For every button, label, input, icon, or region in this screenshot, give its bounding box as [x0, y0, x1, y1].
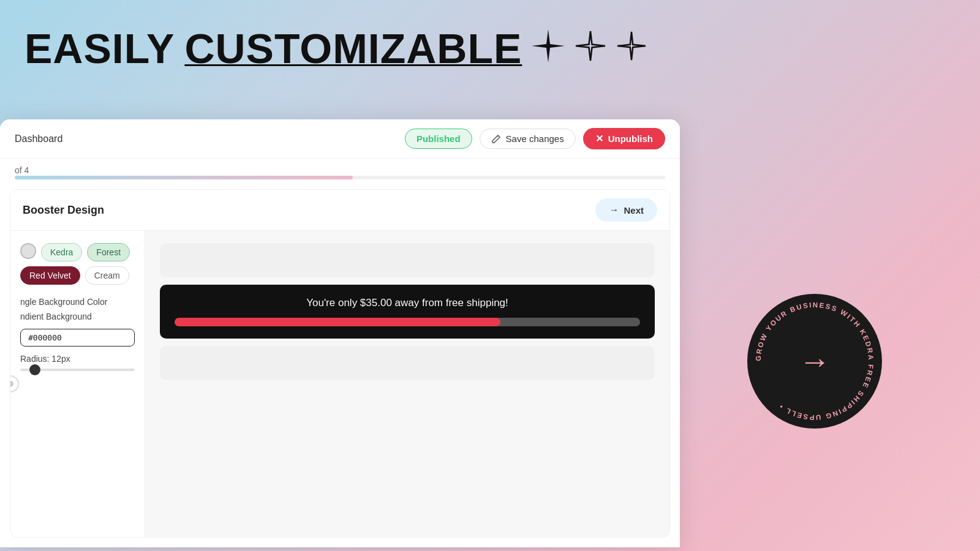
save-changes-label: Save changes — [506, 133, 564, 144]
circular-badge[interactable]: GROW YOUR BUSINESS WITH KEDRA FREE SHIPP… — [747, 294, 882, 429]
heading-text-easily: EASILY — [24, 24, 175, 72]
slider-thumb[interactable] — [29, 364, 40, 375]
section-header: Booster Design → Next — [10, 190, 669, 231]
progress-fill — [15, 176, 353, 179]
circle-outer: GROW YOUR BUSINESS WITH KEDRA FREE SHIPP… — [747, 294, 882, 429]
content-area: Kedra Forest Red Velvet Cream ngle Backg… — [10, 231, 669, 537]
theme-chip-kedra[interactable]: Kedra — [41, 243, 82, 261]
nav-dot[interactable] — [10, 375, 19, 392]
inner-card: Booster Design → Next Kedra — [10, 189, 670, 538]
star-filled-icon — [532, 29, 565, 67]
bg-color-label: ngle Background Color — [20, 297, 135, 307]
unpublish-button[interactable]: ✕ Unpublish — [583, 128, 665, 149]
theme-chips: Kedra Forest Red Velvet Cream — [20, 243, 135, 285]
hex-input[interactable] — [20, 329, 135, 347]
banner-text: You're only $35.00 away from free shippi… — [175, 297, 640, 309]
section-title: Booster Design — [23, 204, 104, 217]
slider-track[interactable] — [20, 369, 135, 371]
preview-banner: You're only $35.00 away from free shippi… — [160, 285, 655, 339]
preview-empty-bottom — [160, 346, 655, 380]
save-changes-button[interactable]: Save changes — [480, 129, 576, 149]
step-label: of 4 — [15, 165, 29, 175]
top-bar: Dashboard Published Save changes ✕ Unpub… — [0, 119, 680, 159]
next-button[interactable]: → Next — [595, 198, 657, 222]
gradient-label: ndient Background — [20, 312, 135, 321]
published-badge: Published — [405, 129, 472, 149]
next-label: Next — [624, 205, 644, 216]
heading-text-customizable: CUSTOMIZABLE — [184, 24, 522, 72]
left-panel: Kedra Forest Red Velvet Cream ngle Backg… — [10, 231, 145, 537]
breadcrumb: Dashboard — [15, 133, 62, 144]
circle-arrow-icon: → — [799, 343, 831, 380]
unpublish-label: Unpublish — [608, 133, 653, 144]
main-panel: Dashboard Published Save changes ✕ Unpub… — [0, 119, 680, 547]
theme-chip-forest[interactable]: Forest — [87, 243, 130, 261]
unpublish-x-icon: ✕ — [595, 133, 603, 144]
star-outline-icon — [575, 30, 606, 67]
top-bar-actions: Published Save changes ✕ Unpublish — [405, 128, 665, 149]
radius-label: Radius: 12px — [20, 354, 135, 364]
next-arrow-icon: → — [609, 204, 619, 216]
preview-empty-top — [160, 243, 655, 277]
progress-track — [15, 176, 665, 179]
theme-chip-cream[interactable]: Cream — [85, 266, 129, 285]
theme-chip-default[interactable] — [20, 243, 36, 259]
progress-section: of 4 — [0, 159, 680, 179]
banner-progress-fill — [175, 318, 500, 326]
edit-icon — [491, 134, 501, 144]
nav-dot-inner — [10, 381, 13, 387]
page-heading: EASILY CUSTOMIZABLE — [24, 24, 647, 72]
right-panel: You're only $35.00 away from free shippi… — [145, 231, 669, 537]
star-outline2-icon — [616, 31, 647, 66]
banner-progress-track — [175, 318, 640, 326]
theme-chip-redvelvet[interactable]: Red Velvet — [20, 266, 80, 285]
